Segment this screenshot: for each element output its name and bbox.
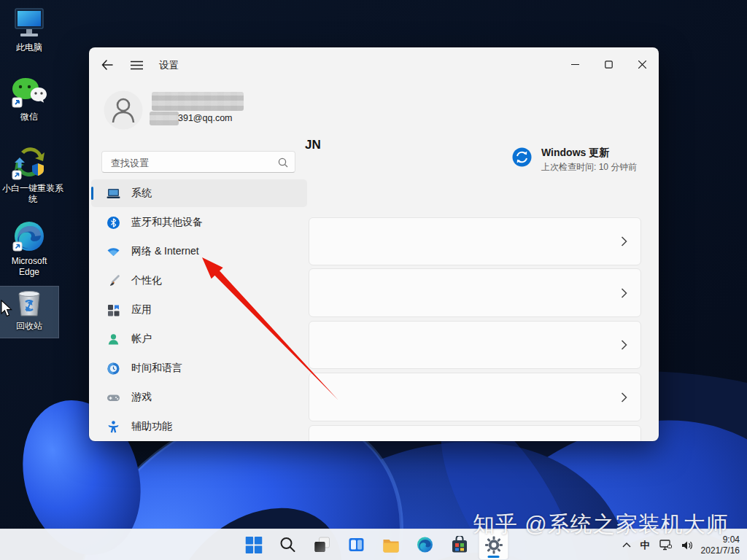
desktop-icon-xiaobai-reinstall[interactable]: 小白一键重装系统 xyxy=(0,144,58,206)
this-pc-icon xyxy=(12,6,47,40)
nav-item-label: 系统 xyxy=(131,187,152,200)
clock-globe-icon xyxy=(107,362,120,376)
avatar xyxy=(104,90,143,130)
back-arrow-icon xyxy=(101,60,113,70)
ime-indicator[interactable]: 中 xyxy=(639,535,651,556)
nav-item-time-language[interactable]: 时间和语言 xyxy=(91,354,307,382)
tray-clock[interactable]: 9:04 2021/7/16 xyxy=(701,534,744,556)
blurred-email-prefix xyxy=(150,112,179,125)
nav-item-label: 应用 xyxy=(131,303,152,316)
system-icon xyxy=(107,187,120,201)
windows-update-status: 上次检查时间: 10 分钟前 xyxy=(541,161,637,174)
search-icon xyxy=(280,537,296,553)
device-name-fragment: JN xyxy=(305,138,321,152)
settings-search-box[interactable] xyxy=(101,151,295,173)
nav-item-accounts[interactable]: 帐户 xyxy=(91,325,307,353)
nav-item-bluetooth-devices[interactable]: 蓝牙和其他设备 xyxy=(91,209,307,236)
edge-icon xyxy=(417,536,434,553)
nav-menu-button[interactable] xyxy=(128,57,144,73)
nav-item-label: 蓝牙和其他设备 xyxy=(131,216,203,229)
xiaobai-reinstall-icon xyxy=(11,144,47,181)
taskbar-search-button[interactable] xyxy=(274,530,303,559)
back-button[interactable] xyxy=(99,57,115,73)
chevron-right-icon xyxy=(621,236,627,247)
maximize-button[interactable] xyxy=(592,53,625,75)
task-view-button[interactable] xyxy=(308,530,337,559)
settings-row[interactable] xyxy=(309,268,641,317)
settings-taskbar-button[interactable] xyxy=(479,530,508,559)
speaker-icon xyxy=(681,540,693,551)
chevron-right-icon xyxy=(621,340,627,351)
bluetooth-icon xyxy=(107,216,120,230)
desktop-icon-label: 回收站 xyxy=(14,320,44,332)
window-title: 设置 xyxy=(159,59,179,72)
nav-item-label: 个性化 xyxy=(131,274,162,287)
nav-item-apps[interactable]: 应用 xyxy=(91,296,307,324)
settings-row-partial[interactable] xyxy=(309,425,641,441)
desktop-icon-label: 此电脑 xyxy=(14,42,44,54)
gamepad-icon xyxy=(107,391,120,405)
widgets-button[interactable] xyxy=(342,530,371,559)
windows-update-icon xyxy=(512,147,532,167)
settings-row[interactable] xyxy=(309,217,641,265)
brush-icon xyxy=(107,274,120,288)
wechat-icon xyxy=(11,75,47,109)
microsoft-store-button[interactable] xyxy=(445,530,474,559)
search-input[interactable] xyxy=(109,152,273,173)
file-explorer-icon xyxy=(382,536,400,554)
windows-logo-icon xyxy=(245,537,262,553)
tray-date: 2021/7/16 xyxy=(701,545,740,556)
recycle-bin-icon xyxy=(13,287,45,319)
network-tray-button[interactable] xyxy=(658,535,673,556)
widgets-icon xyxy=(348,536,365,553)
tray-chevron-button[interactable] xyxy=(621,535,632,556)
chevron-right-icon xyxy=(621,392,627,402)
desktop-icon-this-pc[interactable]: 此电脑 xyxy=(0,6,58,54)
nav-item-personalization[interactable]: 个性化 xyxy=(91,267,307,295)
start-button[interactable] xyxy=(239,530,268,559)
close-button[interactable] xyxy=(625,53,659,75)
chevron-right-icon xyxy=(621,287,627,298)
windows-update-title: Windows 更新 xyxy=(541,147,609,160)
nav-item-label: 网络 & Internet xyxy=(131,245,199,258)
ethernet-network-icon xyxy=(659,540,672,551)
apps-icon xyxy=(107,303,120,317)
edge-icon xyxy=(12,219,47,254)
desktop-icon-recycle-bin[interactable]: 回收站 xyxy=(0,287,58,338)
nav-item-accessibility[interactable]: 辅助功能 xyxy=(91,413,307,440)
hamburger-icon xyxy=(131,61,143,70)
desktop-icon-label: 小白一键重装系统 xyxy=(0,182,66,206)
settings-gear-icon xyxy=(484,536,503,554)
desktop-icon-microsoft-edge[interactable]: Microsoft Edge xyxy=(0,219,58,279)
search-icon xyxy=(278,158,288,168)
close-icon xyxy=(638,61,646,69)
settings-row[interactable] xyxy=(309,373,641,421)
accounts-person-icon xyxy=(107,332,120,346)
account-block[interactable]: 391@qq.com xyxy=(104,90,322,133)
task-view-icon xyxy=(314,536,331,553)
maximize-icon xyxy=(605,61,613,69)
nav-item-label: 游戏 xyxy=(131,391,152,404)
wifi-icon xyxy=(107,245,120,259)
edge-button[interactable] xyxy=(411,530,440,559)
file-explorer-button[interactable] xyxy=(376,530,406,559)
nav-item-gaming[interactable]: 游戏 xyxy=(91,384,307,411)
volume-tray-button[interactable] xyxy=(680,535,694,556)
minimize-button[interactable] xyxy=(558,53,592,75)
settings-window: 设置 391@qq.com xyxy=(89,47,659,441)
minimize-icon xyxy=(571,61,579,69)
chevron-up-icon xyxy=(622,542,631,548)
desktop-icon-label: 微信 xyxy=(18,111,40,123)
tray-time: 9:04 xyxy=(701,534,740,545)
desktop-icon-wechat[interactable]: 微信 xyxy=(0,75,58,123)
settings-nav: 系统 蓝牙和其他设备 网络 & Internet 个性化 xyxy=(91,179,307,441)
settings-row[interactable] xyxy=(309,321,641,369)
accessibility-icon xyxy=(107,420,120,434)
blurred-account-name xyxy=(152,92,244,111)
nav-item-network-internet[interactable]: 网络 & Internet xyxy=(91,238,307,265)
nav-item-system[interactable]: 系统 xyxy=(91,179,307,207)
taskbar: 中 9:04 2021/7/16 xyxy=(0,529,747,560)
nav-item-label: 帐户 xyxy=(131,332,152,346)
desktop-icon-label: Microsoft Edge xyxy=(1,255,57,279)
nav-item-label: 辅助功能 xyxy=(131,420,172,433)
